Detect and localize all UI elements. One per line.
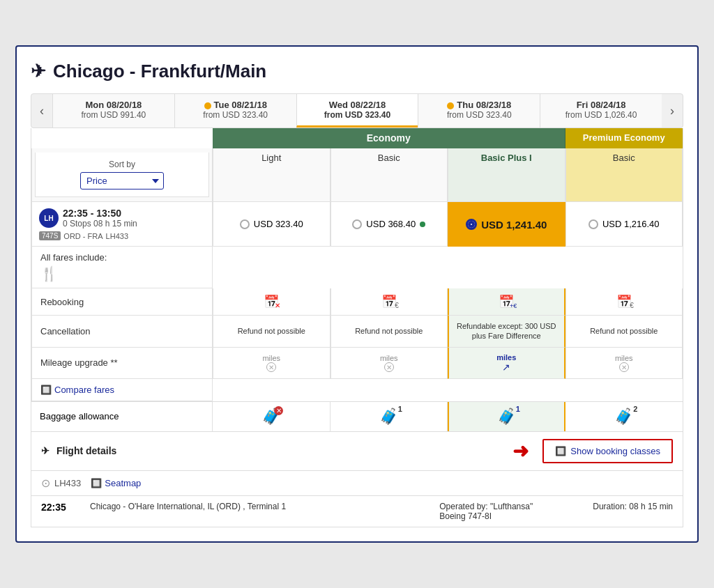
- cancellation-basic-plus: Refundable except: 300 USD plus Fare Dif…: [448, 316, 565, 348]
- miles-x-icon: ✕: [266, 362, 276, 372]
- mileage-label: Mileage upgrade **: [31, 348, 213, 379]
- col-basic: Basic: [331, 148, 448, 202]
- date-tab-0[interactable]: Mon 08/20/18 from USD 991.40: [52, 94, 174, 127]
- selected-indicator: [420, 222, 425, 227]
- price-basic-plus[interactable]: USD 1,241.40: [448, 202, 565, 247]
- baggage-1-blue-icon: 🧳1: [497, 408, 516, 426]
- flight-route: 747S ORD - FRA LH433: [39, 231, 205, 240]
- rebooking-prem: 📅€: [565, 288, 683, 316]
- seatmap-icon: 🔲: [91, 478, 102, 488]
- seatmap-link[interactable]: 🔲 Seatmap: [91, 478, 141, 488]
- price-light[interactable]: USD 323.40: [213, 202, 331, 247]
- baggage-basic: 🧳1: [331, 402, 448, 431]
- sort-area: Sort by Price: [35, 153, 209, 197]
- page-title-bar: ✈ Chicago - Frankfurt/Main: [31, 61, 683, 82]
- calendar-plus-euro-icon: 📅+€: [499, 294, 514, 309]
- show-booking-button[interactable]: 🔲 Show booking classes: [542, 439, 673, 463]
- all-fares-label-cell: All fares include: 🍴: [31, 247, 213, 288]
- date-tab-3[interactable]: Thu 08/23/18 from USD 323.40: [418, 94, 540, 127]
- date-tab-2[interactable]: Wed 08/22/18 from USD 323.40: [296, 94, 418, 127]
- prev-date-arrow[interactable]: ‹: [31, 94, 52, 127]
- col-prem-basic: Basic: [565, 148, 683, 202]
- mileage-basic: miles ✕: [331, 348, 448, 379]
- main-card: ✈ Chicago - Frankfurt/Main ‹ Mon 08/20/1…: [15, 45, 699, 542]
- col-basic-plus: Basic Plus I: [448, 148, 565, 202]
- radio-basic[interactable]: [352, 219, 362, 229]
- miles-arrow-icon: ↗: [496, 362, 516, 373]
- mileage-light: miles ✕: [213, 348, 331, 379]
- baggage-x-icon: 🧳✕: [261, 408, 280, 426]
- compare-fares-cell[interactable]: 🔲 Compare fares: [31, 379, 213, 401]
- economy-header: Economy: [213, 128, 565, 148]
- lufthansa-logo: LH: [39, 208, 59, 228]
- col-light: Light: [213, 148, 331, 202]
- sort-select[interactable]: Price: [80, 172, 164, 189]
- fare-grid: Economy Premium Economy Sort by Price Li…: [31, 128, 683, 401]
- compare-icon: 🔲: [40, 385, 52, 395]
- flight-details-right: ➜ 🔲 Show booking classes: [512, 439, 673, 463]
- booking-classes-icon: 🔲: [555, 446, 566, 456]
- cancellation-prem: Refund not possible: [565, 316, 683, 348]
- plane-details-icon: ✈: [41, 445, 50, 456]
- date-tabs: Mon 08/20/18 from USD 991.40 Tue 08/21/1…: [52, 94, 662, 127]
- baggage-row: Baggage allowance 🧳✕ 🧳1 🧳1 🧳2: [31, 402, 683, 432]
- baggage-label: Baggage allowance: [31, 402, 213, 431]
- rebooking-label: Rebooking: [31, 288, 213, 316]
- baggage-light: 🧳✕: [213, 402, 331, 431]
- departure-info: Chicago - O'Hare International, IL (ORD)…: [90, 502, 425, 511]
- baggage-basic-plus: 🧳1: [448, 402, 565, 431]
- baggage-2-icon: 🧳2: [614, 408, 633, 426]
- lh-number-cell: ⊙ LH433: [41, 477, 81, 490]
- rebooking-basic-plus: 📅+€: [448, 288, 565, 316]
- next-date-arrow[interactable]: ›: [662, 94, 683, 127]
- rebooking-light: 📅✕: [213, 288, 331, 316]
- radio-basic-plus[interactable]: [466, 219, 477, 230]
- operated-by: Operated by: "Lufthansa" Boeing 747-8I: [439, 502, 579, 521]
- cancellation-label: Cancellation: [31, 316, 213, 348]
- date-navigation: ‹ Mon 08/20/18 from USD 991.40 Tue 08/21…: [31, 93, 683, 128]
- radio-light[interactable]: [240, 219, 250, 229]
- empty-header: [31, 128, 213, 148]
- page-title: Chicago - Frankfurt/Main: [53, 61, 266, 82]
- price-basic[interactable]: USD 368.40: [331, 202, 448, 247]
- flight-details-label: Flight details: [56, 445, 116, 456]
- miles-x-icon-3: ✕: [619, 362, 629, 372]
- duration: Duration: 08 h 15 min: [593, 502, 673, 511]
- lh-row: ⊙ LH433 🔲 Seatmap: [31, 471, 683, 496]
- baggage-1-icon: 🧳1: [379, 408, 398, 426]
- flight-info: LH 22:35 - 13:50 0 Stops 08 h 15 min 747…: [31, 202, 213, 247]
- cancellation-light: Refund not possible: [213, 316, 331, 348]
- cutlery-icon: 🍴: [40, 265, 204, 282]
- calendar-euro-prem-icon: 📅€: [616, 294, 632, 309]
- flight-details-bar: ✈ Flight details ➜ 🔲 Show booking classe…: [31, 432, 683, 471]
- price-prem-basic[interactable]: USD 1,216.40: [565, 202, 683, 247]
- mileage-prem: miles ✕: [565, 348, 683, 379]
- date-tab-4[interactable]: Fri 08/24/18 from USD 1,026.40: [540, 94, 662, 127]
- compare-fares-link[interactable]: 🔲 Compare fares: [40, 385, 114, 395]
- baggage-prem: 🧳2: [565, 402, 683, 431]
- cancellation-basic: Refund not possible: [331, 316, 448, 348]
- radio-prem-basic[interactable]: [588, 219, 598, 229]
- calendar-euro-icon: 📅€: [381, 294, 397, 309]
- circle-icon: ⊙: [41, 477, 50, 490]
- plane-icon: ✈: [31, 61, 46, 82]
- departure-row: 22:35 Chicago - O'Hare International, IL…: [31, 496, 683, 527]
- sort-subheader: Sort by Price: [31, 148, 213, 202]
- calendar-x-icon: 📅✕: [264, 294, 279, 309]
- premium-economy-header: Premium Economy: [565, 128, 683, 148]
- rebooking-basic: 📅€: [331, 288, 448, 316]
- red-arrow-icon: ➜: [512, 440, 529, 463]
- mileage-basic-plus: miles ↗: [448, 348, 565, 379]
- date-tab-1[interactable]: Tue 08/21/18 from USD 323.40: [174, 94, 296, 127]
- miles-x-icon-2: ✕: [384, 362, 394, 372]
